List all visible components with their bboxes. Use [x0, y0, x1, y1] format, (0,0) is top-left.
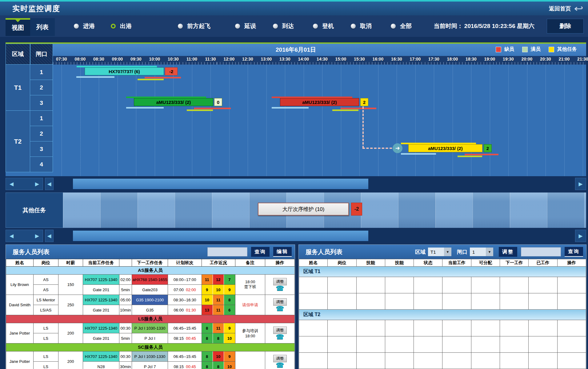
other-task-bar[interactable]: 大厅次序维护 (10) [258, 203, 349, 216]
gate-query-button[interactable]: 查询 [565, 247, 583, 257]
area-select[interactable]: T1 ▼ [428, 248, 451, 256]
adjust-button[interactable]: 调整 [273, 355, 287, 362]
gate-cell-T1-2[interactable]: 2 [30, 80, 53, 95]
task-bar[interactable]: aMU123/333/ (2) [134, 98, 213, 106]
filter-登机[interactable]: 登机 [313, 22, 334, 30]
gate-column: 1234 [30, 111, 53, 172]
gantt-scroll-pager[interactable]: ◀ ▶ [6, 178, 43, 190]
task-bar-underline [332, 109, 358, 111]
phone-icon[interactable]: ☎ [265, 285, 294, 292]
filter-全部[interactable]: 全部 [391, 22, 412, 30]
time-axis: 07:3008:0008:3009:0009:3010:0010:3011:00… [53, 56, 586, 65]
task-bar-underline [76, 76, 114, 78]
empty-cell [299, 353, 328, 369]
back-arrow-icon[interactable]: ↩ [574, 4, 583, 13]
stat-cell: 11 [213, 305, 224, 315]
gate-select[interactable]: 1 ▼ [470, 248, 493, 256]
filter-进港[interactable]: 进港 [74, 22, 95, 30]
filter-延误[interactable]: 延误 [235, 22, 256, 30]
filter-前方起飞[interactable]: 前方起飞 [178, 22, 210, 30]
empty-cell [557, 336, 586, 353]
other-scroll-left-button[interactable]: ◀ [45, 230, 54, 242]
scroll-right-icon[interactable]: ▶ [35, 181, 39, 187]
filter-出港[interactable]: 出港 [111, 22, 132, 30]
time-tick-label: 19:30 [500, 57, 517, 62]
arrow-right-icon[interactable]: ➜ [393, 143, 402, 153]
gate-cell-T2-1[interactable]: 1 [30, 111, 53, 126]
phone-icon[interactable]: ☎ [265, 334, 294, 340]
time-tick-label: 08:30 [90, 57, 107, 62]
radio-icon[interactable] [178, 24, 183, 29]
delete-button[interactable]: 删除 [547, 19, 584, 34]
staff-edit-button[interactable]: 编辑 [273, 247, 292, 257]
next-task: P Jcl I 1030-1330 [132, 351, 168, 362]
time-tick-label: 10:00 [146, 57, 163, 62]
other-scroll-thumb[interactable] [73, 231, 368, 241]
chevron-down-icon[interactable]: ▼ [486, 248, 493, 256]
staff-position: LS [34, 362, 58, 369]
time-tick-label: 14:30 [314, 57, 331, 62]
time-tick-label: 13:30 [276, 57, 294, 62]
other-scroll-right-button[interactable]: ▶ [575, 230, 586, 242]
filter-到达[interactable]: 到达 [273, 22, 294, 30]
other-scroll-pager[interactable]: ◀ ▶ [6, 230, 43, 242]
filter-取消[interactable]: 取消 [351, 22, 372, 30]
staff-position: AS [34, 275, 58, 285]
staff-section-header-label: AS服务人员 [6, 267, 295, 275]
adjust-button[interactable]: 调整 [273, 327, 287, 334]
empty-cell [328, 320, 356, 336]
radio-icon[interactable] [74, 24, 79, 29]
empty-cell [414, 353, 442, 369]
scroll-left-icon[interactable]: ◀ [10, 233, 14, 239]
time-tick-label: 10:30 [165, 57, 182, 62]
time-tick-label: 09:00 [109, 57, 126, 62]
radio-icon[interactable] [235, 24, 240, 29]
time-tick-label: 16:30 [388, 57, 405, 62]
scroll-left-icon[interactable]: ◀ [10, 181, 14, 187]
empty-cell [385, 353, 414, 369]
empty-cell [500, 353, 529, 369]
scroll-right-icon[interactable]: ▶ [35, 233, 39, 239]
home-link[interactable]: 返回首页 [549, 5, 571, 12]
time-tick-label: 17:30 [425, 57, 442, 62]
gate-cell-T2-2[interactable]: 2 [30, 126, 53, 141]
gate-cell-T2-4[interactable]: 4 [30, 157, 53, 172]
radio-icon[interactable] [391, 24, 396, 29]
chevron-down-icon[interactable]: ▼ [444, 248, 451, 256]
adjust-button[interactable]: 调整 [273, 278, 287, 285]
radio-icon[interactable] [273, 24, 278, 29]
task-bar[interactable]: aMU123/333/ (2) [280, 98, 359, 106]
task-bar[interactable]: aMU123/333/ (2) [408, 144, 482, 152]
tab-view[interactable]: 视图 [6, 18, 30, 36]
gate-cell-T1-3[interactable]: 3 [30, 95, 53, 111]
adjust-button[interactable]: 调整 [273, 298, 287, 306]
gate-adjust-button[interactable]: 调整 [499, 247, 517, 257]
radio-icon[interactable] [313, 24, 318, 29]
current-location: Gate 201 [83, 333, 119, 343]
staff-search-input[interactable] [207, 247, 247, 256]
staff-query-button[interactable]: 查询 [251, 247, 270, 257]
other-scroll-track[interactable] [54, 230, 574, 242]
phone-icon[interactable]: ☎ [265, 306, 294, 312]
stat-cell: 8 [213, 362, 224, 369]
gantt-scroll-left-button[interactable]: ◀ [45, 178, 54, 190]
empty-cell [299, 293, 328, 310]
work-stats-cells: 8119 [202, 323, 235, 333]
gantt-scroll-track[interactable] [54, 178, 574, 190]
gantt-scroll-right-button[interactable]: ▶ [575, 178, 586, 190]
radio-selected-icon[interactable] [111, 24, 116, 29]
phone-icon[interactable]: ☎ [265, 362, 294, 368]
gate-cell-T2-3[interactable]: 3 [30, 141, 53, 157]
legend-swatch [496, 47, 501, 52]
staff-name: Lily Brown [6, 275, 34, 295]
tab-list[interactable]: 列表 [30, 18, 55, 36]
empty-cell [385, 277, 414, 293]
task-bar[interactable]: HX707/737/ (6) [85, 67, 164, 75]
work-stats-cells: 10118 [202, 295, 235, 305]
gate-search-input[interactable] [521, 247, 561, 256]
gantt-scroll-thumb[interactable] [73, 179, 368, 189]
empty-cell [385, 293, 414, 310]
work-stats: 11127 [202, 275, 235, 285]
radio-icon[interactable] [351, 24, 356, 29]
gate-cell-T1-1[interactable]: 1 [30, 65, 53, 80]
